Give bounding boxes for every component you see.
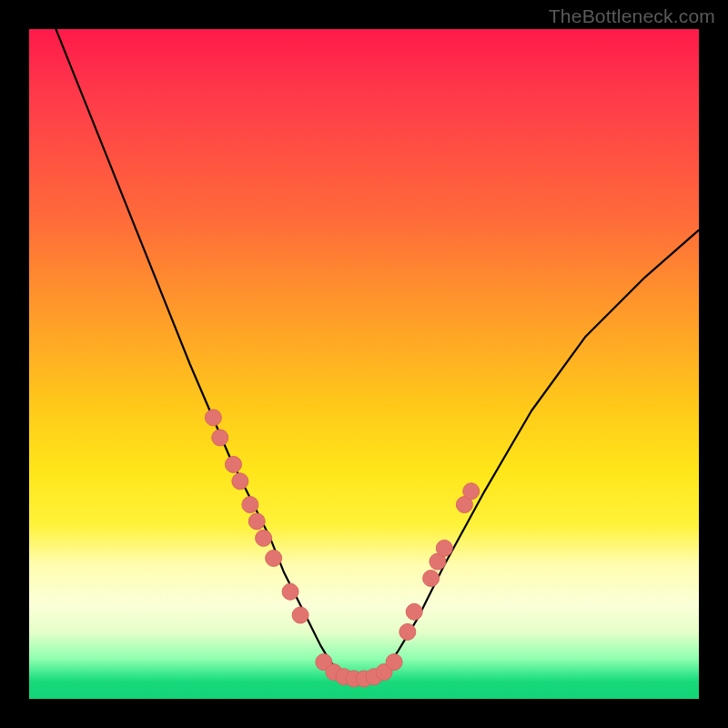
highlight-dot xyxy=(292,607,308,623)
highlight-dot xyxy=(212,430,228,446)
highlight-dot xyxy=(423,571,440,587)
highlight-dot xyxy=(248,513,265,530)
highlight-dot xyxy=(406,603,422,620)
highlight-dot xyxy=(386,654,402,671)
watermark-text: TheBottleneck.com xyxy=(549,5,715,27)
highlight-dot xyxy=(399,623,416,640)
chart-frame: TheBottleneck.com xyxy=(0,0,728,728)
highlight-dots xyxy=(205,410,479,687)
highlight-dot xyxy=(225,456,241,472)
highlight-dot xyxy=(436,540,452,556)
highlight-dot xyxy=(242,497,258,513)
highlight-dot xyxy=(205,410,221,426)
bottleneck-curve xyxy=(56,29,699,679)
curve-layer xyxy=(29,29,699,699)
highlight-dot xyxy=(256,530,272,546)
highlight-dot xyxy=(232,473,248,490)
highlight-dot xyxy=(282,583,298,600)
highlight-dot xyxy=(266,550,282,566)
highlight-dot xyxy=(463,483,480,500)
plot-area xyxy=(29,29,699,699)
